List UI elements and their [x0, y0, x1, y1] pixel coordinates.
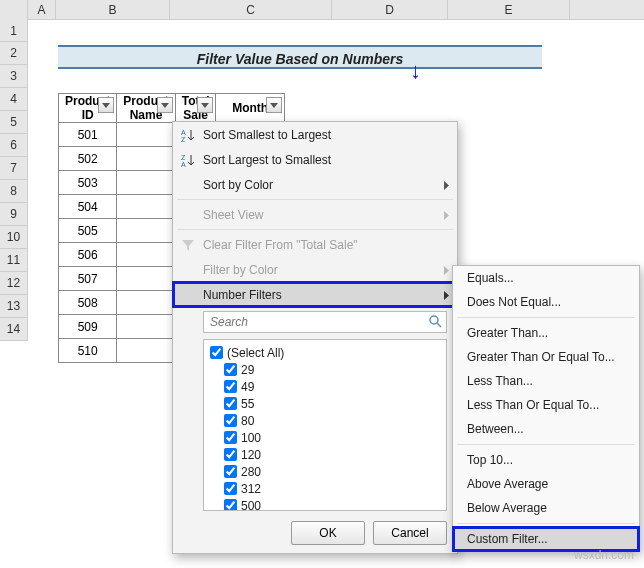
cell-name[interactable] [117, 147, 175, 171]
filter-above-average[interactable]: Above Average [453, 472, 639, 496]
sort-ascending[interactable]: AZ Sort Smallest to Largest [173, 122, 457, 147]
cell-id[interactable]: 509 [59, 315, 117, 339]
filter-dropdown: AZ Sort Smallest to Largest ZA Sort Larg… [172, 121, 458, 554]
filter-value-item[interactable]: 280 [208, 463, 442, 480]
cell-name[interactable] [117, 291, 175, 315]
filter-button-month[interactable] [266, 97, 282, 113]
row-header-8[interactable]: 8 [0, 180, 28, 203]
filter-value-item[interactable]: 500 [208, 497, 442, 511]
filter-value-item[interactable]: 100 [208, 429, 442, 446]
cell-id[interactable]: 502 [59, 147, 117, 171]
cell-name[interactable] [117, 195, 175, 219]
cell-name[interactable] [117, 243, 175, 267]
svg-point-4 [430, 316, 438, 324]
row-header-10[interactable]: 10 [0, 226, 28, 249]
select-all-checkbox[interactable]: (Select All) [208, 344, 442, 361]
cell-name[interactable] [117, 219, 175, 243]
cell-id[interactable]: 506 [59, 243, 117, 267]
cell-id[interactable]: 503 [59, 171, 117, 195]
row-header-6[interactable]: 6 [0, 134, 28, 157]
filter-value-label: 80 [241, 414, 254, 428]
chevron-right-icon [444, 209, 449, 223]
filter-value-item[interactable]: 80 [208, 412, 442, 429]
checkbox[interactable] [224, 414, 237, 427]
checkbox[interactable] [224, 499, 237, 511]
svg-text:A: A [181, 161, 186, 167]
col-header-E[interactable]: E [448, 0, 570, 19]
row-header-7[interactable]: 7 [0, 157, 28, 180]
cell-id[interactable]: 505 [59, 219, 117, 243]
ok-button[interactable]: OK [291, 521, 365, 545]
checkbox[interactable] [224, 397, 237, 410]
sort-descending[interactable]: ZA Sort Largest to Smallest [173, 147, 457, 172]
select-all-corner[interactable] [0, 0, 28, 20]
search-input[interactable] [203, 311, 447, 333]
checkbox[interactable] [224, 431, 237, 444]
filter-value-item[interactable]: 120 [208, 446, 442, 463]
clear-filter: Clear Filter From "Total Sale" [173, 232, 457, 257]
chevron-right-icon [444, 264, 449, 278]
header-total-sale[interactable]: Total Sale [175, 94, 216, 123]
column-headers: A B C D E [0, 0, 644, 20]
filter-not-equal[interactable]: Does Not Equal... [453, 290, 639, 314]
row-header-13[interactable]: 13 [0, 295, 28, 318]
row-header-9[interactable]: 9 [0, 203, 28, 226]
row-header-11[interactable]: 11 [0, 249, 28, 272]
checkbox[interactable] [210, 346, 223, 359]
row-header-14[interactable]: 14 [0, 318, 28, 341]
checkbox[interactable] [224, 465, 237, 478]
cell-id[interactable]: 507 [59, 267, 117, 291]
row-header-3[interactable]: 3 [0, 65, 28, 88]
filter-greater-equal[interactable]: Greater Than Or Equal To... [453, 345, 639, 369]
cancel-button[interactable]: Cancel [373, 521, 447, 545]
cell-id[interactable]: 504 [59, 195, 117, 219]
cell-id[interactable]: 508 [59, 291, 117, 315]
number-filters[interactable]: Number Filters [173, 282, 457, 307]
filter-button-total-sale[interactable] [197, 97, 213, 113]
checkbox[interactable] [224, 482, 237, 495]
cell-name[interactable] [117, 123, 175, 147]
filter-value-item[interactable]: 55 [208, 395, 442, 412]
row-header-2[interactable]: 2 [0, 42, 28, 65]
cell-name[interactable] [117, 315, 175, 339]
checkbox[interactable] [224, 363, 237, 376]
row-header-1[interactable]: 1 [0, 20, 28, 42]
header-product-id[interactable]: Product ID [59, 94, 117, 123]
filter-below-average[interactable]: Below Average [453, 496, 639, 520]
header-product-name[interactable]: Product Name [117, 94, 175, 123]
filter-value-label: 49 [241, 380, 254, 394]
col-header-C[interactable]: C [170, 0, 332, 19]
cell-id[interactable]: 510 [59, 339, 117, 363]
filter-button-product-id[interactable] [98, 97, 114, 113]
filter-value-list[interactable]: (Select All) 29 49 55 80 100 120 280 312… [203, 339, 447, 511]
filter-less-than[interactable]: Less Than... [453, 369, 639, 393]
col-header-A[interactable]: A [28, 0, 56, 19]
col-header-D[interactable]: D [332, 0, 448, 19]
cell-id[interactable]: 501 [59, 123, 117, 147]
col-header-B[interactable]: B [56, 0, 170, 19]
search-row [173, 307, 457, 337]
row-header-12[interactable]: 12 [0, 272, 28, 295]
filter-less-equal[interactable]: Less Than Or Equal To... [453, 393, 639, 417]
filter-value-item[interactable]: 312 [208, 480, 442, 497]
checkbox[interactable] [224, 448, 237, 461]
cell-name[interactable] [117, 171, 175, 195]
checkbox[interactable] [224, 380, 237, 393]
header-month[interactable]: Month [216, 94, 284, 123]
separator [457, 523, 635, 524]
separator [457, 444, 635, 445]
sheet-view: Sheet View [173, 202, 457, 227]
filter-top10[interactable]: Top 10... [453, 448, 639, 472]
filter-value-item[interactable]: 29 [208, 361, 442, 378]
row-header-5[interactable]: 5 [0, 111, 28, 134]
filter-between[interactable]: Between... [453, 417, 639, 441]
filter-button-product-name[interactable] [157, 97, 173, 113]
sort-by-color[interactable]: Sort by Color [173, 172, 457, 197]
separator [177, 199, 453, 200]
filter-greater-than[interactable]: Greater Than... [453, 321, 639, 345]
cell-name[interactable] [117, 267, 175, 291]
cell-name[interactable] [117, 339, 175, 363]
row-header-4[interactable]: 4 [0, 88, 28, 111]
filter-equals[interactable]: Equals... [453, 266, 639, 290]
filter-value-item[interactable]: 49 [208, 378, 442, 395]
